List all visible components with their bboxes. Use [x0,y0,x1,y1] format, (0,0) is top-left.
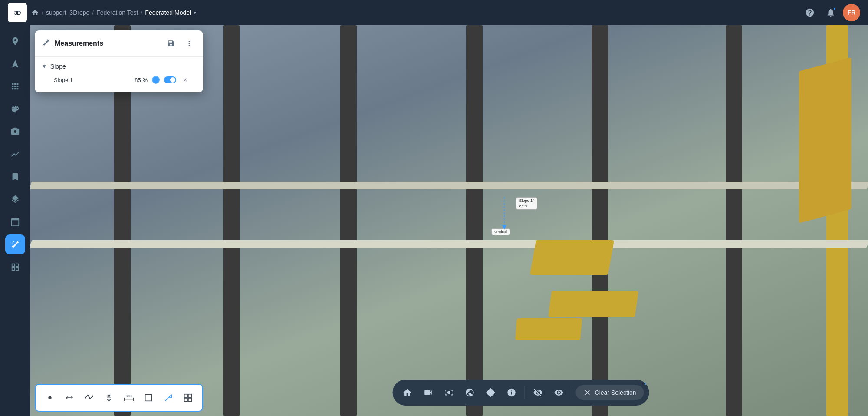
action-bar: 1 Cl [393,380,649,406]
sidebar-item-bookmark[interactable] [5,167,25,187]
svg-marker-1 [502,225,506,230]
nav-icons: FR [801,4,860,21]
slope-section-label: Slope [50,63,66,70]
sidebar-item-layers[interactable] [5,189,25,209]
action-snap-button[interactable] [440,383,459,402]
ortho-tool-icon [183,393,193,403]
breadcrumb-federation[interactable]: Federation Test [96,9,138,16]
calendar-icon [10,217,20,227]
svg-rect-12 [184,398,187,401]
tool-slope-button[interactable] [160,389,177,406]
help-icon [805,8,815,17]
point-tool-icon [45,393,55,403]
sidebar [0,25,30,416]
action-orbit-button[interactable] [460,383,480,402]
slope-item-value: 85 % [135,77,148,83]
tool-area-button[interactable] [141,389,157,406]
home-action-icon [403,388,412,397]
sidebar-item-pointer[interactable] [5,54,25,74]
tool-height-button[interactable]: MIN [101,389,118,406]
sidebar-item-grid[interactable] [5,257,25,277]
action-target-button[interactable] [481,383,500,402]
breadcrumb-model[interactable]: Federated Model ▼ [145,9,197,16]
tool-minheight-button[interactable]: MIN [121,389,137,406]
slope-label-bubble: Slope 1° 85% [516,197,537,210]
hide-icon [533,388,543,397]
svg-point-4 [87,395,89,396]
bookmark-icon [10,172,20,182]
measurements-icon [42,38,50,49]
panel-title: Measurements [55,40,160,47]
panel-save-button[interactable] [164,36,178,50]
action-info-button[interactable] [502,383,521,402]
slope-delete-button[interactable] [181,75,190,85]
panel-more-button[interactable] [182,36,196,50]
sidebar-item-calendar[interactable] [5,212,25,232]
action-divider [525,386,525,399]
slope-item-name: Slope 1 [54,77,130,83]
help-button[interactable] [801,4,819,21]
measurement-line [491,197,517,232]
slope-chevron-icon: ▼ [42,63,47,69]
area-tool-icon [144,393,153,403]
clear-selection-icon [584,389,592,396]
action-divider-2 [572,386,572,399]
action-hide-button[interactable] [529,383,548,402]
height-tool-icon: MIN [104,393,114,403]
tool-polyline-button[interactable] [81,389,98,406]
palette-icon [10,104,20,114]
sidebar-item-location[interactable] [5,31,25,51]
svg-point-2 [48,396,51,399]
slope-label-text: Slope 1° 85% [519,198,534,208]
action-camera-button[interactable]: 1 [419,383,438,402]
tool-distance-button[interactable] [62,389,78,406]
camera-icon [10,127,20,136]
grid-icon [10,262,20,272]
svg-rect-13 [188,398,191,401]
polyline-tool-icon [85,393,94,403]
clear-selection-button[interactable]: Clear Selection [576,385,644,400]
sidebar-item-palette[interactable] [5,99,25,119]
save-icon [167,40,175,47]
slope-visibility-toggle[interactable] [164,76,176,83]
notifications-button[interactable] [822,4,839,21]
slope-tool-icon [164,393,173,403]
minheight-tool-icon: MIN [123,393,135,403]
app-logo: 3D [8,3,27,22]
notification-dot [833,7,836,10]
svg-rect-9 [145,395,152,401]
slope-color-dot [152,76,160,84]
orbit-icon [465,388,475,397]
layers-icon [10,195,20,204]
location-icon [10,36,20,46]
snap-icon [444,388,454,397]
avatar-button[interactable]: FR [843,4,860,21]
home-icon[interactable] [31,9,39,17]
svg-rect-11 [188,394,191,397]
tool-point-button[interactable] [42,389,58,406]
sidebar-item-measure[interactable] [5,234,25,254]
clear-selection-label: Clear Selection [595,389,636,396]
graph-icon [10,149,20,159]
slope-header[interactable]: ▼ Slope [42,61,196,72]
panel-header: Measurements [35,30,203,57]
sidebar-item-modules[interactable] [5,76,25,96]
topbar: 3D / support_3Drepo / Federation Test / … [0,0,868,25]
more-options-icon [185,40,193,47]
svg-point-3 [85,397,86,399]
sidebar-item-camera[interactable] [5,122,25,142]
bottom-tool-panel: MIN MIN [35,384,203,412]
breadcrumb-repo[interactable]: support_3Drepo [46,9,89,16]
measure-icon [10,240,20,249]
modules-icon [10,82,20,91]
sidebar-item-graph[interactable] [5,144,25,164]
close-icon [182,77,188,83]
tool-ortho-button[interactable] [180,389,197,406]
action-home-button[interactable] [398,383,417,402]
distance-tool-icon [65,393,74,403]
breadcrumb: / support_3Drepo / Federation Test / Fed… [31,9,197,17]
action-show-button[interactable] [549,383,569,402]
slope-row-1: Slope 1 85 % [42,72,196,88]
pointer-icon [10,59,20,69]
svg-point-5 [89,398,91,399]
